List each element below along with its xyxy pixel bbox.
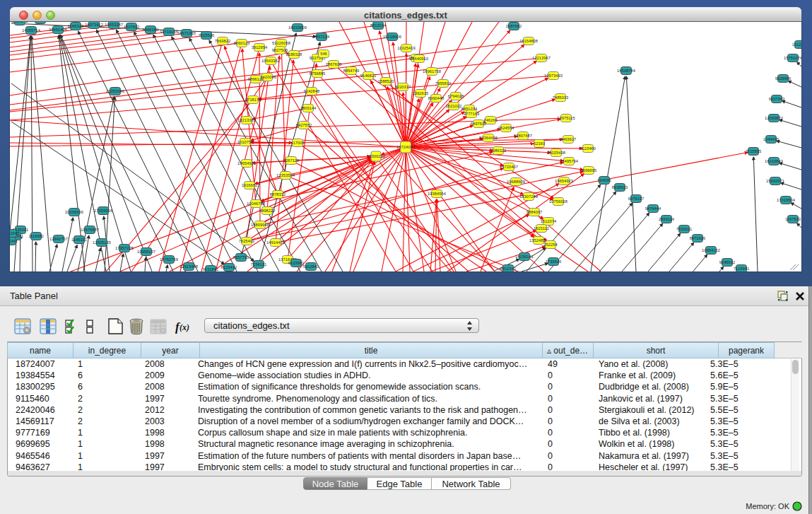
svg-text:1115682: 1115682 [28,234,44,238]
svg-text:10688609: 10688609 [507,180,525,184]
svg-text:2933114: 2933114 [659,217,675,221]
svg-text:8220317: 8220317 [395,85,411,89]
svg-text:1312341: 1312341 [10,231,19,235]
svg-text:7485003: 7485003 [553,95,569,100]
svg-text:14136141: 14136141 [515,255,534,259]
svg-text:19218906: 19218906 [383,35,401,39]
svg-text:546: 546 [320,52,327,56]
svg-text:(x): (x) [180,322,189,332]
svg-text:62160: 62160 [534,141,545,146]
svg-text:8186328: 8186328 [286,52,302,57]
svg-text:10975887: 10975887 [81,228,99,232]
svg-text:2803144: 2803144 [300,106,317,110]
svg-text:20053346: 20053346 [106,89,124,93]
svg-text:9463627: 9463627 [560,137,577,141]
svg-text:9777169: 9777169 [464,112,480,116]
svg-text:7986322: 7986322 [490,148,507,153]
svg-text:9657791: 9657791 [233,255,249,259]
svg-text:3624554: 3624554 [498,126,514,130]
svg-text:7955812: 7955812 [435,81,452,86]
svg-text:16671355: 16671355 [177,31,196,35]
svg-text:1588520: 1588520 [378,79,394,83]
svg-text:10756928: 10756928 [549,199,567,204]
svg-text:11325419: 11325419 [397,46,415,50]
svg-text:1615112: 1615112 [534,226,549,230]
svg-text:912341: 912341 [10,239,18,243]
svg-text:12942757: 12942757 [49,237,68,241]
svg-text:7123941: 7123941 [734,267,750,271]
svg-text:16961758: 16961758 [423,69,441,74]
svg-text:5912841: 5912841 [303,264,319,269]
svg-text:1621022: 1621022 [446,104,462,108]
svg-text:3215955: 3215955 [746,149,762,153]
svg-text:12505135: 12505135 [93,240,111,245]
svg-text:17359934: 17359934 [94,209,113,213]
svg-text:16154808: 16154808 [519,39,538,43]
svg-text:9699695: 9699695 [581,168,597,173]
svg-text:8267110: 8267110 [283,158,299,163]
svg-text:15720407: 15720407 [500,165,518,169]
svg-text:1362615: 1362615 [413,91,429,95]
svg-text:7857224: 7857224 [314,35,330,39]
svg-text:9329966: 9329966 [775,76,792,81]
svg-text:1065328: 1065328 [68,24,84,28]
svg-text:164095: 164095 [597,178,611,182]
svg-text:18307249: 18307249 [519,194,538,199]
svg-text:1897341: 1897341 [12,22,28,23]
svg-text:12213383: 12213383 [237,118,256,122]
svg-text:10807487: 10807487 [514,134,532,138]
svg-text:19384554: 19384554 [428,192,447,196]
svg-text:6466160: 6466160 [143,28,159,32]
svg-text:10543362: 10543362 [261,59,280,63]
svg-text:10046788: 10046788 [247,201,265,206]
svg-text:16782759: 16782759 [160,257,178,262]
svg-text:9245612: 9245612 [719,260,736,264]
svg-text:10958137: 10958137 [137,250,155,254]
svg-text:417006: 417006 [290,141,304,145]
svg-text:2087682: 2087682 [506,24,522,28]
svg-text:16033809: 16033809 [288,25,307,30]
svg-text:9242848: 9242848 [304,89,320,93]
svg-text:16210643: 16210643 [765,159,783,163]
svg-text:12975115: 12975115 [557,116,575,120]
svg-text:9146821: 9146821 [360,74,377,78]
svg-text:18495794: 18495794 [560,159,579,163]
svg-text:2718176: 2718176 [245,98,261,102]
svg-text:10719155: 10719155 [160,30,178,34]
svg-text:3912954: 3912954 [252,45,268,49]
svg-text:53226058: 53226058 [272,41,290,45]
svg-text:1733426: 1733426 [546,259,562,264]
svg-text:1212341: 1212341 [792,42,801,47]
svg-text:10653287: 10653287 [105,23,123,27]
svg-text:6379197: 6379197 [628,197,645,201]
svg-text:17957225: 17957225 [115,246,134,250]
svg-text:9884067: 9884067 [526,210,543,214]
svg-text:9115460: 9115460 [580,146,596,151]
svg-text:1916682: 1916682 [242,183,258,187]
svg-text:1010755: 1010755 [237,140,254,144]
svg-text:7632621: 7632621 [676,227,693,231]
svg-text:8660123: 8660123 [234,41,250,45]
svg-text:6123981: 6123981 [288,261,305,265]
svg-text:18724007: 18724007 [396,145,415,149]
svg-text:20691406: 20691406 [49,28,67,32]
svg-text:2867608: 2867608 [326,62,342,66]
svg-text:18300212: 18300212 [367,154,385,158]
svg-text:8427552: 8427552 [296,123,312,127]
svg-text:12923448: 12923448 [180,264,198,269]
svg-text:16640910: 16640910 [410,57,428,61]
svg-text:19654923: 19654923 [237,161,256,165]
svg-text:8938923: 8938923 [612,185,628,189]
svg-text:8813014: 8813014 [370,23,387,28]
svg-text:7515526: 7515526 [199,33,215,37]
svg-text:9474444: 9474444 [645,206,661,211]
svg-text:8123412: 8123412 [221,265,237,269]
svg-text:12353594: 12353594 [276,173,295,177]
svg-text:1527602: 1527602 [124,25,140,29]
svg-text:9896123: 9896123 [248,77,264,81]
svg-text:6497508: 6497508 [471,122,487,126]
svg-text:1145191: 1145191 [71,238,87,242]
svg-text:1498222: 1498222 [259,209,276,213]
svg-text:10973493: 10973493 [544,74,563,78]
svg-text:15692971: 15692971 [766,179,784,183]
